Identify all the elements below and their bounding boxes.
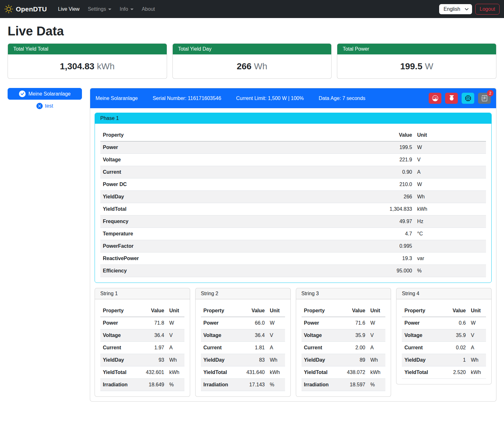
event-log-button[interactable]: 2	[478, 93, 491, 104]
card-value-row: 199.5W	[337, 54, 496, 78]
property-cell: YieldTotal	[302, 366, 343, 379]
string-panel: String 2PropertyValueUnitPower66.0WVolta…	[195, 288, 291, 397]
property-cell: Power	[402, 317, 443, 329]
event-count-badge: 2	[487, 90, 494, 97]
unit-cell	[415, 240, 486, 252]
phase-panel: Phase 1 PropertyValueUnitPower199.5WVolt…	[95, 113, 492, 283]
card-unit: kWh	[97, 61, 115, 71]
property-cell: Current	[402, 342, 443, 354]
data-table: PropertyValueUnitPower71.6WVoltage35.9VC…	[302, 305, 386, 391]
property-cell: ReactivePower	[100, 252, 361, 265]
table-row: YieldTotal431.640kWh	[201, 366, 285, 379]
nav-item-settings[interactable]: Settings	[84, 4, 115, 15]
power-settings-button[interactable]	[445, 93, 458, 104]
unit-cell: kWh	[468, 366, 486, 379]
property-cell: Current	[201, 342, 242, 354]
table-row: YieldTotal1,304.833kWh	[100, 203, 486, 215]
inverter-name-label: Meine Solaranlage	[28, 91, 71, 97]
nav-item-label: Settings	[88, 6, 106, 12]
language-select[interactable]: English	[439, 4, 472, 14]
unit-cell: V	[468, 329, 486, 342]
table-row: YieldDay89Wh	[302, 354, 386, 366]
property-cell: Voltage	[100, 329, 141, 342]
x-circle-icon	[36, 103, 43, 109]
card-unit: W	[425, 61, 433, 71]
nav-item-about[interactable]: About	[138, 4, 159, 15]
string-table-container: PropertyValueUnitPower71.8WVoltage36.4VC…	[95, 299, 190, 391]
nav-item-info[interactable]: Info	[115, 4, 138, 15]
unit-cell: kWh	[368, 366, 385, 379]
brand-title: OpenDTU	[16, 5, 47, 13]
value-cell: 1	[443, 354, 468, 366]
data-age-label: Data Age: 7 seconds	[319, 96, 365, 101]
strings-row: String 1PropertyValueUnitPower71.8WVolta…	[95, 288, 492, 397]
property-cell: Power	[302, 317, 343, 329]
value-cell: 17.143	[242, 379, 267, 391]
table-row: Power DC210.0W	[100, 178, 486, 191]
unit-cell: A	[267, 342, 285, 354]
unit-cell: Wh	[368, 354, 385, 366]
logout-button[interactable]: Logout	[475, 4, 500, 15]
table-row: YieldTotal432.601kWh	[100, 366, 184, 379]
serial-number-label: Serial Number: 116171603546	[152, 96, 221, 101]
table-row: Temperature4.7°C	[100, 228, 486, 240]
limit-settings-button[interactable]	[429, 93, 441, 104]
table-row: Power66.0W	[201, 317, 285, 329]
string-title: String 2	[196, 288, 290, 299]
card-title: Total Yield Day	[173, 44, 332, 54]
table-row: Current1.81A	[201, 342, 285, 354]
main-row: Meine Solaranlage test Meine Solaranlage…	[8, 88, 496, 402]
unit-cell: °C	[415, 228, 486, 240]
journal-icon	[482, 95, 488, 101]
value-cell: 0.90	[361, 166, 415, 178]
card-value: 266	[237, 61, 252, 71]
property-cell: Voltage	[402, 329, 443, 342]
string-panel: String 3PropertyValueUnitPower71.6WVolta…	[296, 288, 391, 397]
property-cell: YieldTotal	[100, 366, 141, 379]
main-nav: Live View Settings Info About	[54, 4, 159, 15]
unit-cell: W	[468, 317, 486, 329]
language-select-value: English	[444, 6, 460, 12]
sun-logo-icon	[4, 5, 13, 13]
string-title: String 3	[296, 288, 391, 299]
property-cell: Frequency	[100, 215, 361, 228]
column-header: Value	[242, 305, 267, 317]
unit-cell: %	[368, 379, 385, 391]
inverter-panel-header: Meine Solaranlage Serial Number: 1161716…	[90, 88, 496, 108]
value-cell: 35.9	[443, 329, 468, 342]
nav-item-live-view[interactable]: Live View	[54, 4, 84, 15]
inverter-actions: 2	[429, 93, 491, 104]
column-header: Property	[100, 129, 361, 141]
value-cell: 432.601	[141, 366, 167, 379]
value-cell: 2.00	[343, 342, 368, 354]
chevron-down-icon	[108, 9, 111, 10]
value-cell: 0.02	[443, 342, 468, 354]
value-cell: 1.97	[141, 342, 167, 354]
unit-cell: kWh	[415, 203, 486, 215]
table-row: Power71.8W	[100, 317, 184, 329]
device-info-button[interactable]	[462, 93, 474, 104]
chevron-down-icon	[464, 7, 469, 11]
table-row: Voltage221.9V	[100, 154, 486, 166]
table-row: PowerFactor0.995	[100, 240, 486, 252]
property-cell: YieldDay	[100, 191, 361, 203]
value-cell: 266	[361, 191, 415, 203]
table-row: YieldDay266Wh	[100, 191, 486, 203]
column-header: Property	[402, 305, 443, 317]
table-row: Voltage36.4V	[100, 329, 184, 342]
inverter-panel: Meine Solaranlage Serial Number: 1161716…	[90, 88, 496, 402]
string-title: String 4	[396, 288, 491, 299]
table-row: Current2.00A	[302, 342, 386, 354]
property-cell: Current	[100, 166, 361, 178]
inverter-select-meine-solaranlage[interactable]: Meine Solaranlage	[8, 88, 82, 100]
table-row: Voltage36.4V	[201, 329, 285, 342]
inverter-select-test[interactable]: test	[8, 103, 82, 109]
property-cell: YieldDay	[100, 354, 141, 366]
app-brand[interactable]: OpenDTU	[4, 5, 47, 13]
table-row: Frequency49.97Hz	[100, 215, 486, 228]
card-value: 1,304.83	[60, 61, 94, 71]
unit-cell: var	[415, 252, 486, 265]
unit-cell: A	[167, 342, 184, 354]
unit-cell: Wh	[468, 354, 486, 366]
property-cell: YieldDay	[402, 354, 443, 366]
